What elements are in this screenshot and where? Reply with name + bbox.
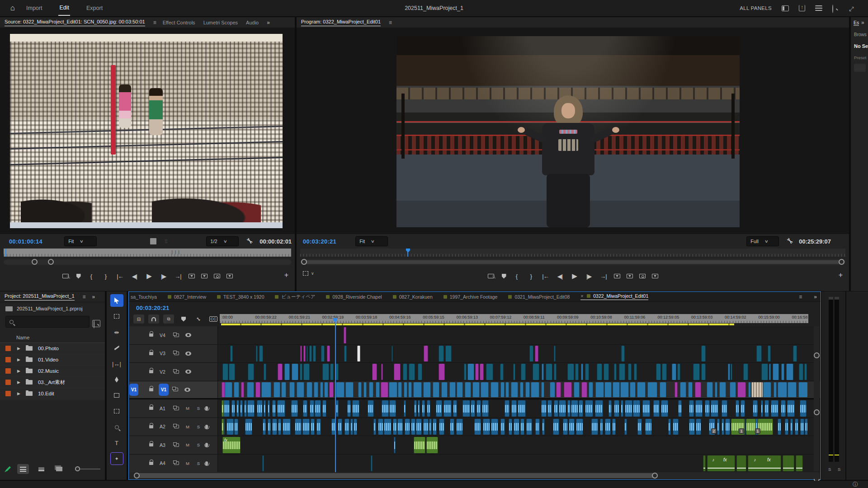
track-lane-V3[interactable] [222, 345, 807, 362]
timeline-clip[interactable] [787, 400, 794, 417]
mark-in-icon[interactable]: { [513, 273, 521, 280]
timeline-clip[interactable]: fx [222, 437, 241, 453]
timeline-clip[interactable] [569, 419, 575, 435]
timeline-clip[interactable] [378, 419, 383, 435]
timeline-clip[interactable] [322, 364, 329, 380]
timeline-clip[interactable] [526, 419, 533, 435]
timeline-clip[interactable] [785, 419, 788, 435]
timeline-clip[interactable] [743, 364, 748, 380]
track-header-A2[interactable]: A2MS [129, 418, 218, 436]
timeline-clip[interactable] [746, 419, 756, 435]
toggle-track-output-icon[interactable] [185, 352, 191, 356]
step-back-icon[interactable]: ◀| [131, 273, 139, 280]
track-lane-V2[interactable] [222, 363, 807, 380]
timeline-clip[interactable] [443, 400, 452, 417]
timeline-clip[interactable] [481, 382, 489, 398]
timeline-clip[interactable] [535, 346, 538, 362]
solo-button[interactable]: S [196, 442, 201, 447]
timeline-clip[interactable] [798, 382, 807, 398]
timeline-clip[interactable] [439, 364, 445, 380]
thumbnail-zoom-slider[interactable] [75, 469, 100, 469]
source-timecode[interactable]: 00:01:00:14 [9, 238, 42, 245]
audio-meter-left[interactable] [829, 297, 833, 462]
find-bin-icon[interactable] [92, 320, 100, 327]
timeline-clip[interactable] [653, 400, 660, 417]
share-icon[interactable]: ↑ [799, 5, 805, 11]
timeline-clip[interactable] [433, 382, 439, 398]
lock-icon[interactable] [149, 352, 153, 355]
tab-lumetri-scopes[interactable]: Lumetri Scopes [203, 20, 238, 25]
timeline-clip[interactable] [633, 400, 640, 417]
timeline-clip[interactable] [556, 382, 561, 398]
tool-razor[interactable] [110, 342, 123, 354]
timeline-clip[interactable] [292, 364, 298, 380]
quick-export-icon[interactable] [815, 5, 822, 11]
timeline-clip[interactable] [564, 382, 572, 398]
tool-selection[interactable] [110, 294, 123, 307]
timeline-clip[interactable] [771, 400, 778, 417]
timeline-clip[interactable] [316, 419, 321, 435]
timeline-clip[interactable] [307, 346, 308, 362]
toggle-track-output-icon[interactable] [185, 333, 191, 337]
timeline-clip[interactable] [257, 400, 263, 417]
timeline-horizontal-scrollbar[interactable] [129, 472, 820, 479]
bin-color-swatch[interactable] [5, 357, 11, 362]
toggle-track-output-icon[interactable] [185, 370, 191, 374]
timeline-clip[interactable] [805, 419, 807, 435]
timeline-clip[interactable] [783, 455, 794, 472]
timeline-clip[interactable] [677, 364, 680, 380]
timeline-clip[interactable] [500, 364, 504, 380]
timeline-clip[interactable] [436, 400, 442, 417]
menu-edit[interactable]: Edit [58, 0, 70, 16]
timeline-clip[interactable] [329, 382, 334, 398]
lock-icon[interactable] [149, 333, 153, 337]
timeline-clip[interactable] [476, 400, 481, 417]
timeline-clip[interactable] [678, 400, 681, 417]
panel-menu-icon[interactable]: ≡ [799, 294, 802, 300]
timeline-clip[interactable] [284, 364, 290, 380]
timeline-clip[interactable] [656, 364, 661, 380]
timeline-clip[interactable] [505, 400, 509, 417]
timeline-clip[interactable] [554, 364, 557, 380]
timeline-clip[interactable] [255, 382, 260, 398]
go-to-in-icon[interactable]: |← [116, 273, 124, 280]
timeline-clip[interactable] [303, 346, 306, 362]
track-header-A3[interactable]: A3MS [129, 436, 218, 454]
track-header-V3[interactable]: V3 [129, 345, 218, 363]
timeline-clip[interactable] [344, 327, 346, 343]
extract-icon[interactable] [627, 274, 633, 278]
audio-meter-right[interactable] [835, 297, 839, 462]
menu-export[interactable]: Export [85, 1, 104, 15]
timeline-clip[interactable] [579, 400, 583, 417]
mute-button[interactable]: M [185, 424, 190, 429]
timeline-clip[interactable] [624, 419, 627, 435]
sequence-tab-6[interactable]: 0827_Korakuen [393, 294, 433, 300]
timeline-clip[interactable] [511, 400, 517, 417]
lift-icon[interactable] [614, 274, 620, 278]
timeline-clip[interactable] [533, 364, 540, 380]
timeline-clip[interactable] [662, 364, 667, 380]
play-icon[interactable]: ▶ [571, 272, 579, 280]
timeline-clip[interactable] [500, 382, 505, 398]
timeline-clip[interactable] [414, 437, 425, 453]
track-header-V4[interactable]: V4 [129, 326, 218, 344]
timeline-clip[interactable] [392, 346, 393, 362]
source-patch-V1[interactable]: V1 [129, 384, 138, 396]
timeline-clip[interactable] [335, 364, 339, 380]
timeline-clip[interactable] [474, 419, 481, 435]
sync-lock-icon[interactable] [173, 388, 178, 391]
timeline-clip[interactable] [486, 364, 493, 380]
timeline-clip[interactable] [637, 419, 642, 435]
solo-button[interactable]: S [196, 461, 201, 466]
timeline-clip[interactable] [761, 364, 768, 380]
timeline-clip[interactable] [277, 400, 285, 417]
timeline-clip[interactable] [350, 419, 353, 435]
tool-hand[interactable] [110, 405, 123, 418]
sequence-tab-3[interactable]: TEST_3840 x 1920 [217, 294, 264, 300]
timeline-clip[interactable] [661, 400, 668, 417]
timeline-clip[interactable] [491, 382, 498, 398]
timeline-clip[interactable] [372, 364, 377, 380]
mute-button[interactable]: M [185, 406, 190, 411]
lock-icon[interactable] [149, 462, 153, 465]
program-scroll-handle-right[interactable] [839, 259, 844, 265]
